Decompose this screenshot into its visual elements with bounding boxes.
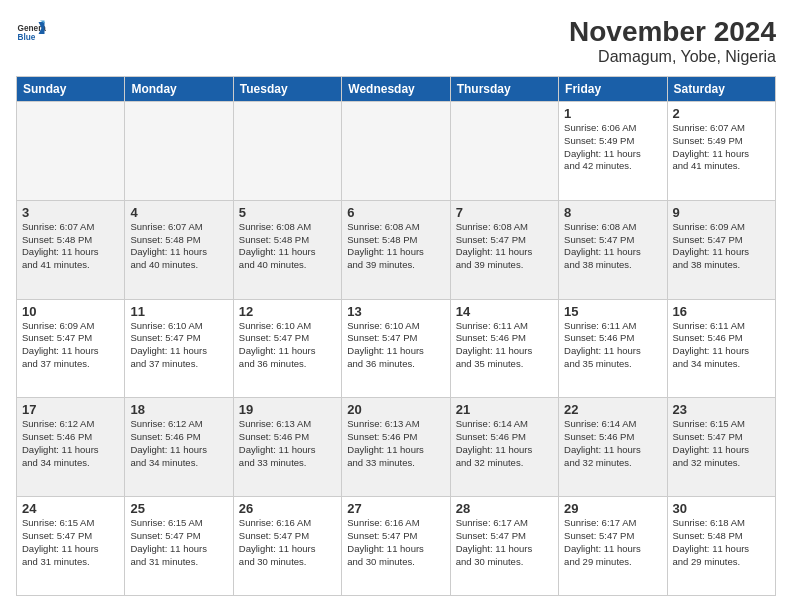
day-info: Sunrise: 6:14 AM Sunset: 5:46 PM Dayligh…	[456, 418, 553, 469]
table-row: 13Sunrise: 6:10 AM Sunset: 5:47 PM Dayli…	[342, 299, 450, 398]
day-info: Sunrise: 6:08 AM Sunset: 5:47 PM Dayligh…	[564, 221, 661, 272]
day-number: 7	[456, 205, 553, 220]
calendar-week-row: 24Sunrise: 6:15 AM Sunset: 5:47 PM Dayli…	[17, 497, 776, 596]
calendar-week-row: 10Sunrise: 6:09 AM Sunset: 5:47 PM Dayli…	[17, 299, 776, 398]
table-row: 25Sunrise: 6:15 AM Sunset: 5:47 PM Dayli…	[125, 497, 233, 596]
table-row: 22Sunrise: 6:14 AM Sunset: 5:46 PM Dayli…	[559, 398, 667, 497]
col-monday: Monday	[125, 77, 233, 102]
day-info: Sunrise: 6:11 AM Sunset: 5:46 PM Dayligh…	[673, 320, 770, 371]
col-wednesday: Wednesday	[342, 77, 450, 102]
day-number: 29	[564, 501, 661, 516]
day-number: 11	[130, 304, 227, 319]
day-info: Sunrise: 6:18 AM Sunset: 5:48 PM Dayligh…	[673, 517, 770, 568]
calendar: Sunday Monday Tuesday Wednesday Thursday…	[16, 76, 776, 596]
table-row: 19Sunrise: 6:13 AM Sunset: 5:46 PM Dayli…	[233, 398, 341, 497]
table-row	[342, 102, 450, 201]
day-number: 19	[239, 402, 336, 417]
day-info: Sunrise: 6:10 AM Sunset: 5:47 PM Dayligh…	[239, 320, 336, 371]
day-number: 25	[130, 501, 227, 516]
table-row: 17Sunrise: 6:12 AM Sunset: 5:46 PM Dayli…	[17, 398, 125, 497]
day-number: 6	[347, 205, 444, 220]
calendar-week-row: 17Sunrise: 6:12 AM Sunset: 5:46 PM Dayli…	[17, 398, 776, 497]
table-row: 23Sunrise: 6:15 AM Sunset: 5:47 PM Dayli…	[667, 398, 775, 497]
col-tuesday: Tuesday	[233, 77, 341, 102]
day-info: Sunrise: 6:08 AM Sunset: 5:48 PM Dayligh…	[347, 221, 444, 272]
day-info: Sunrise: 6:12 AM Sunset: 5:46 PM Dayligh…	[130, 418, 227, 469]
day-number: 24	[22, 501, 119, 516]
table-row: 30Sunrise: 6:18 AM Sunset: 5:48 PM Dayli…	[667, 497, 775, 596]
day-number: 20	[347, 402, 444, 417]
table-row: 11Sunrise: 6:10 AM Sunset: 5:47 PM Dayli…	[125, 299, 233, 398]
table-row	[450, 102, 558, 201]
table-row: 26Sunrise: 6:16 AM Sunset: 5:47 PM Dayli…	[233, 497, 341, 596]
day-info: Sunrise: 6:10 AM Sunset: 5:47 PM Dayligh…	[130, 320, 227, 371]
table-row	[17, 102, 125, 201]
table-row: 15Sunrise: 6:11 AM Sunset: 5:46 PM Dayli…	[559, 299, 667, 398]
calendar-week-row: 1Sunrise: 6:06 AM Sunset: 5:49 PM Daylig…	[17, 102, 776, 201]
table-row: 4Sunrise: 6:07 AM Sunset: 5:48 PM Daylig…	[125, 200, 233, 299]
day-number: 1	[564, 106, 661, 121]
day-info: Sunrise: 6:12 AM Sunset: 5:46 PM Dayligh…	[22, 418, 119, 469]
table-row: 21Sunrise: 6:14 AM Sunset: 5:46 PM Dayli…	[450, 398, 558, 497]
table-row: 20Sunrise: 6:13 AM Sunset: 5:46 PM Dayli…	[342, 398, 450, 497]
day-info: Sunrise: 6:13 AM Sunset: 5:46 PM Dayligh…	[347, 418, 444, 469]
day-info: Sunrise: 6:15 AM Sunset: 5:47 PM Dayligh…	[22, 517, 119, 568]
day-info: Sunrise: 6:10 AM Sunset: 5:47 PM Dayligh…	[347, 320, 444, 371]
day-info: Sunrise: 6:13 AM Sunset: 5:46 PM Dayligh…	[239, 418, 336, 469]
day-info: Sunrise: 6:08 AM Sunset: 5:48 PM Dayligh…	[239, 221, 336, 272]
day-info: Sunrise: 6:09 AM Sunset: 5:47 PM Dayligh…	[673, 221, 770, 272]
table-row: 2Sunrise: 6:07 AM Sunset: 5:49 PM Daylig…	[667, 102, 775, 201]
day-number: 3	[22, 205, 119, 220]
day-number: 4	[130, 205, 227, 220]
svg-text:Blue: Blue	[18, 33, 36, 42]
table-row: 28Sunrise: 6:17 AM Sunset: 5:47 PM Dayli…	[450, 497, 558, 596]
table-row: 5Sunrise: 6:08 AM Sunset: 5:48 PM Daylig…	[233, 200, 341, 299]
day-info: Sunrise: 6:16 AM Sunset: 5:47 PM Dayligh…	[239, 517, 336, 568]
day-info: Sunrise: 6:07 AM Sunset: 5:48 PM Dayligh…	[22, 221, 119, 272]
day-number: 17	[22, 402, 119, 417]
day-number: 12	[239, 304, 336, 319]
table-row: 18Sunrise: 6:12 AM Sunset: 5:46 PM Dayli…	[125, 398, 233, 497]
table-row: 3Sunrise: 6:07 AM Sunset: 5:48 PM Daylig…	[17, 200, 125, 299]
table-row: 27Sunrise: 6:16 AM Sunset: 5:47 PM Dayli…	[342, 497, 450, 596]
table-row: 12Sunrise: 6:10 AM Sunset: 5:47 PM Dayli…	[233, 299, 341, 398]
day-number: 27	[347, 501, 444, 516]
table-row: 7Sunrise: 6:08 AM Sunset: 5:47 PM Daylig…	[450, 200, 558, 299]
day-number: 21	[456, 402, 553, 417]
day-info: Sunrise: 6:14 AM Sunset: 5:46 PM Dayligh…	[564, 418, 661, 469]
day-number: 10	[22, 304, 119, 319]
table-row: 24Sunrise: 6:15 AM Sunset: 5:47 PM Dayli…	[17, 497, 125, 596]
day-info: Sunrise: 6:06 AM Sunset: 5:49 PM Dayligh…	[564, 122, 661, 173]
day-number: 22	[564, 402, 661, 417]
day-number: 2	[673, 106, 770, 121]
col-thursday: Thursday	[450, 77, 558, 102]
day-info: Sunrise: 6:17 AM Sunset: 5:47 PM Dayligh…	[456, 517, 553, 568]
col-friday: Friday	[559, 77, 667, 102]
day-info: Sunrise: 6:11 AM Sunset: 5:46 PM Dayligh…	[564, 320, 661, 371]
day-info: Sunrise: 6:15 AM Sunset: 5:47 PM Dayligh…	[130, 517, 227, 568]
day-info: Sunrise: 6:07 AM Sunset: 5:48 PM Dayligh…	[130, 221, 227, 272]
table-row: 8Sunrise: 6:08 AM Sunset: 5:47 PM Daylig…	[559, 200, 667, 299]
day-number: 13	[347, 304, 444, 319]
calendar-header-row: Sunday Monday Tuesday Wednesday Thursday…	[17, 77, 776, 102]
day-number: 26	[239, 501, 336, 516]
calendar-week-row: 3Sunrise: 6:07 AM Sunset: 5:48 PM Daylig…	[17, 200, 776, 299]
table-row: 14Sunrise: 6:11 AM Sunset: 5:46 PM Dayli…	[450, 299, 558, 398]
day-info: Sunrise: 6:09 AM Sunset: 5:47 PM Dayligh…	[22, 320, 119, 371]
table-row: 29Sunrise: 6:17 AM Sunset: 5:47 PM Dayli…	[559, 497, 667, 596]
day-info: Sunrise: 6:17 AM Sunset: 5:47 PM Dayligh…	[564, 517, 661, 568]
day-number: 5	[239, 205, 336, 220]
col-sunday: Sunday	[17, 77, 125, 102]
logo: General Blue	[16, 16, 46, 46]
day-number: 9	[673, 205, 770, 220]
day-number: 18	[130, 402, 227, 417]
table-row: 16Sunrise: 6:11 AM Sunset: 5:46 PM Dayli…	[667, 299, 775, 398]
day-number: 28	[456, 501, 553, 516]
table-row: 9Sunrise: 6:09 AM Sunset: 5:47 PM Daylig…	[667, 200, 775, 299]
table-row: 10Sunrise: 6:09 AM Sunset: 5:47 PM Dayli…	[17, 299, 125, 398]
day-number: 30	[673, 501, 770, 516]
day-number: 14	[456, 304, 553, 319]
day-number: 8	[564, 205, 661, 220]
table-row	[125, 102, 233, 201]
day-info: Sunrise: 6:11 AM Sunset: 5:46 PM Dayligh…	[456, 320, 553, 371]
